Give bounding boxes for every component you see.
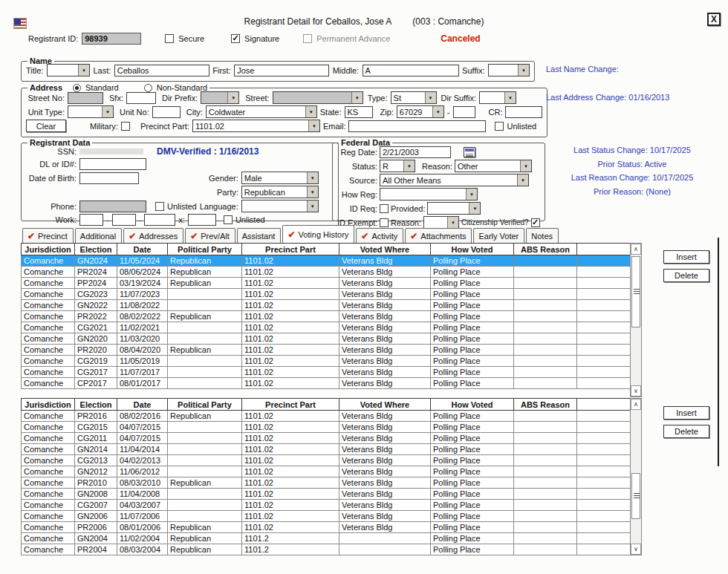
email-field[interactable]: [348, 120, 486, 132]
column-header[interactable]: ABS Reason: [514, 399, 577, 411]
phone-field[interactable]: [79, 200, 146, 212]
column-header[interactable]: [577, 244, 631, 255]
tab-attachments[interactable]: ✔Attachments: [405, 228, 472, 243]
status-select[interactable]: R▼: [380, 160, 415, 172]
table-row[interactable]: ComanchePR202408/06/2024Republican1101.0…: [22, 267, 631, 278]
suffix-select[interactable]: ▼: [488, 64, 530, 76]
table-row[interactable]: ComancheGN202011/03/20201101.02Veterans …: [22, 333, 631, 345]
table-row[interactable]: ComancheCG202311/07/20231101.02Veterans …: [22, 289, 631, 300]
table-row[interactable]: ComancheCG201711/07/20171101.02Veterans …: [22, 367, 631, 378]
street-no-field[interactable]: [68, 92, 103, 104]
citizenship-checkbox[interactable]: [531, 218, 540, 227]
tab-additional[interactable]: Additional: [75, 228, 122, 243]
signature-checkbox[interactable]: [231, 34, 240, 43]
work-prefix-field[interactable]: [112, 214, 136, 226]
scrollbar-bottom[interactable]: ∧ ∨: [630, 398, 642, 555]
table-row[interactable]: ComancheGN200811/04/20081101.02Veterans …: [22, 489, 631, 500]
insert-button-bottom[interactable]: Insert: [663, 406, 709, 420]
military-checkbox[interactable]: [121, 122, 130, 131]
column-header[interactable]: How Voted: [431, 399, 514, 411]
zip4-field[interactable]: [453, 106, 475, 118]
last-name-field[interactable]: Ceballos: [114, 65, 209, 76]
non-standard-radio[interactable]: [144, 84, 152, 92]
scroll-up-icon[interactable]: ∧: [631, 399, 641, 410]
table-row[interactable]: ComanchePR202208/02/2022Republican1101.0…: [22, 311, 631, 322]
scroll-up-icon[interactable]: ∧: [631, 244, 641, 255]
table-row[interactable]: ComancheGN200411/02/2004Republican1101.2…: [22, 533, 631, 544]
title-select[interactable]: ▼: [47, 64, 90, 76]
calendar-icon[interactable]: [464, 147, 475, 157]
work-unlisted-checkbox[interactable]: [224, 215, 233, 224]
middle-name-field[interactable]: A: [363, 65, 459, 76]
phone-unlisted-checkbox[interactable]: [155, 202, 164, 211]
city-select[interactable]: Coldwater▼: [206, 105, 317, 118]
close-icon[interactable]: X: [707, 13, 721, 26]
secure-checkbox[interactable]: [165, 34, 174, 43]
tab-addresses[interactable]: ✔Addresses: [123, 228, 183, 243]
scroll-thumb[interactable]: [631, 473, 640, 519]
tab-activity[interactable]: ✔Activity: [356, 228, 403, 243]
gender-select[interactable]: Male▼: [241, 172, 319, 184]
column-header[interactable]: ABS Reason: [514, 244, 577, 255]
column-header[interactable]: Voted Where: [339, 244, 431, 255]
how-reg-select[interactable]: ▼: [380, 188, 478, 200]
column-header[interactable]: Date: [117, 399, 168, 411]
id-exempt-checkbox[interactable]: [380, 218, 389, 227]
tab-voting-history[interactable]: ✔Voting History: [282, 225, 354, 243]
table-row[interactable]: ComanchePR200608/01/2006Republican1101.0…: [22, 522, 631, 533]
table-row[interactable]: ComancheGN201411/04/20141101.02Veterans …: [22, 444, 631, 455]
tab-assistant[interactable]: Assistant: [237, 228, 282, 243]
work-ext-field[interactable]: [188, 214, 216, 226]
scroll-down-icon[interactable]: ∨: [631, 385, 641, 397]
table-row[interactable]: ComancheGN200611/07/20061101.02Veterans …: [22, 511, 631, 522]
delete-button-bottom[interactable]: Delete: [663, 425, 709, 438]
party-select[interactable]: Republican▼: [241, 186, 319, 198]
work-line-field[interactable]: [144, 214, 175, 226]
table-row[interactable]: ComancheCP201708/01/20171101.02Veterans …: [22, 378, 631, 389]
table-row[interactable]: ComanchePP202403/19/2024Republican1101.0…: [22, 278, 631, 289]
table-row[interactable]: ComanchePR201608/02/2016Republican1101.0…: [22, 411, 631, 422]
scrollbar-top[interactable]: ∧ ∨: [630, 243, 642, 397]
scroll-thumb[interactable]: [631, 256, 640, 327]
unit-no-field[interactable]: [152, 106, 181, 118]
cr-field[interactable]: [505, 106, 542, 118]
table-row[interactable]: ComancheCG201104/07/20151101.02Veterans …: [22, 433, 631, 444]
column-header[interactable]: Jurisdiction: [22, 399, 75, 411]
precinct-part-select[interactable]: 1101.02▼: [192, 120, 320, 132]
provided-select[interactable]: ▼: [427, 202, 481, 215]
dir-prefix-select[interactable]: ▼: [201, 91, 239, 104]
table-row[interactable]: ComancheGN202211/08/20221101.02Veterans …: [22, 300, 631, 311]
tab-prev-alt[interactable]: ✔Prev/Alt: [185, 228, 235, 243]
table-row[interactable]: ComanchePR200408/03/2004Republican1101.2…: [22, 544, 631, 555]
dir-suffix-select[interactable]: ▼: [479, 91, 516, 104]
column-header[interactable]: Precinct Part: [242, 244, 339, 255]
table-row[interactable]: ComancheCG200704/03/20071101.02Veterans …: [22, 500, 631, 511]
tab-early-voter[interactable]: Early Voter: [473, 228, 524, 243]
clear-button[interactable]: Clear: [26, 120, 66, 132]
address-unlisted-checkbox[interactable]: [495, 122, 504, 131]
state-field[interactable]: KS: [345, 106, 373, 118]
reg-date-field[interactable]: 2/21/2003: [380, 146, 451, 158]
column-header[interactable]: [577, 399, 631, 411]
reason-select[interactable]: Other▼: [455, 160, 532, 172]
tab-precinct[interactable]: ✔Precinct: [22, 228, 74, 243]
insert-button-top[interactable]: Insert: [663, 250, 709, 264]
table-row[interactable]: ComancheGN201211/06/20121101.02Veterans …: [22, 466, 631, 477]
sfx-field[interactable]: [126, 92, 156, 104]
source-select[interactable]: All Other Means▼: [380, 174, 529, 186]
column-header[interactable]: Precinct Part: [242, 399, 339, 411]
table-row[interactable]: ComancheGN202411/05/2024Republican1101.0…: [22, 255, 631, 267]
zip-select[interactable]: 67029▼: [397, 105, 444, 118]
column-header[interactable]: Election: [75, 244, 117, 255]
column-header[interactable]: How Voted: [431, 244, 514, 255]
column-header[interactable]: Date: [117, 244, 168, 255]
table-row[interactable]: ComancheCG201304/02/20131101.02Veterans …: [22, 455, 631, 466]
registrant-id-field[interactable]: 98939: [82, 33, 141, 45]
column-header[interactable]: Jurisdiction: [22, 244, 75, 255]
work-area-field[interactable]: [79, 214, 103, 226]
language-select[interactable]: ▼: [241, 200, 319, 212]
table-row[interactable]: ComancheCG201911/05/20191101.02Veterans …: [22, 356, 631, 367]
column-header[interactable]: Political Party: [168, 399, 242, 411]
delete-button-top[interactable]: Delete: [663, 269, 709, 282]
scroll-down-icon[interactable]: ∨: [631, 544, 641, 555]
